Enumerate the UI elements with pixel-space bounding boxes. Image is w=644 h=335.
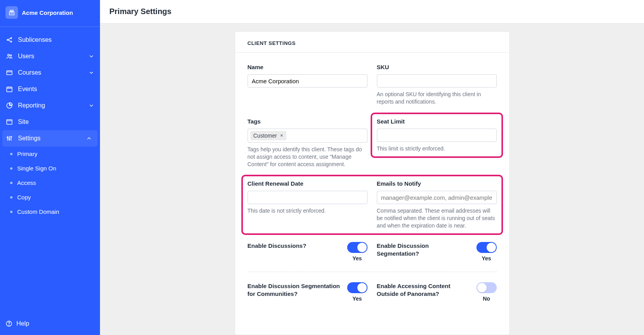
toggle-outside-panorama: Enable Accessing Content Outside of Pano… [377, 282, 497, 302]
enable-discussions-label: Enable Discussions? [248, 242, 341, 250]
sidebar-item-label: Settings [18, 135, 41, 142]
sku-label: SKU [377, 64, 497, 70]
discussion-seg-comm-label: Enable Discussion Segmentation for Commu… [248, 282, 341, 298]
enable-discussions-toggle[interactable] [347, 242, 367, 253]
svg-rect-6 [7, 87, 12, 92]
sidebar-subitem-label: Single Sign On [17, 165, 56, 172]
layers-icon [5, 69, 13, 76]
chevron-down-icon [88, 102, 95, 109]
tag-label: Customer [253, 133, 277, 139]
sidebar-subitem-label: Access [17, 179, 36, 186]
svg-rect-5 [7, 71, 12, 75]
sidebar-subitem-access[interactable]: Access [0, 176, 100, 190]
sidebar-subitem-copy[interactable]: Copy [0, 190, 100, 204]
field-tags: Tags Customer × Tags help you identify t… [248, 118, 367, 168]
svg-point-12 [9, 325, 9, 325]
discussion-seg-label: Enable Discussion Segmentation? [377, 242, 470, 258]
toggle-discussion-seg-communities: Enable Discussion Segmentation for Commu… [248, 282, 367, 302]
name-label: Name [248, 64, 367, 70]
page-title: Primary Settings [109, 7, 635, 16]
sidebar-help[interactable]: Help [0, 313, 100, 335]
svg-point-0 [7, 39, 8, 41]
sku-input[interactable] [377, 74, 497, 88]
svg-point-1 [11, 38, 12, 39]
svg-point-8 [7, 137, 8, 138]
tag-remove-icon[interactable]: × [280, 133, 283, 138]
divider-dashed [248, 272, 497, 272]
calendar-icon [5, 86, 13, 93]
sidebar-nav: Sublicenses Users Courses Events Reporti… [0, 29, 100, 313]
tags-help: Tags help you identify this client. Thes… [248, 146, 367, 168]
brand-logo-icon [5, 6, 18, 19]
outside-panorama-state: No [483, 296, 490, 302]
sidebar-subitem-sso[interactable]: Single Sign On [0, 161, 100, 176]
help-label: Help [16, 320, 29, 327]
svg-rect-7 [7, 120, 12, 124]
highlight-seat-limit: Seat Limit This limit is strictly enforc… [372, 114, 501, 156]
seat-limit-input[interactable] [377, 129, 497, 142]
sidebar-item-reporting[interactable]: Reporting [0, 97, 100, 114]
sidebar-item-label: Courses [18, 69, 41, 76]
emails-help: Comma separated. These email addresses w… [377, 207, 497, 229]
seat-limit-help: This limit is strictly enforced. [377, 145, 497, 152]
emails-label: Emails to Notify [377, 180, 497, 187]
seat-limit-label: Seat Limit [377, 118, 497, 125]
field-name: Name [248, 64, 367, 106]
renewal-label: Client Renewal Date [248, 180, 367, 187]
window-icon [5, 118, 13, 125]
tags-label: Tags [248, 118, 367, 125]
field-renewal-date: Client Renewal Date This date is not str… [248, 180, 367, 229]
svg-point-4 [10, 55, 12, 56]
field-sku: SKU An optional SKU for identifying this… [377, 64, 497, 106]
sidebar-item-sublicenses[interactable]: Sublicenses [0, 32, 100, 48]
chevron-down-icon [88, 70, 95, 76]
main: Primary Settings CLIENT SETTINGS Name SK… [100, 0, 644, 335]
sidebar-subitem-label: Custom Domain [17, 208, 59, 215]
discussion-seg-comm-state: Yes [352, 296, 362, 302]
share-nodes-icon [5, 36, 13, 43]
sidebar-item-label: Site [18, 118, 29, 125]
toggle-discussion-segmentation: Enable Discussion Segmentation? Yes [377, 242, 497, 262]
sidebar-subitem-custom-domain[interactable]: Custom Domain [0, 204, 100, 219]
content-area: CLIENT SETTINGS Name SKU An optional SKU… [100, 23, 644, 335]
sidebar-item-label: Users [18, 53, 34, 60]
svg-point-3 [8, 54, 10, 56]
chevron-down-icon [88, 53, 95, 59]
highlight-renewal-emails: Client Renewal Date This date is not str… [243, 176, 501, 233]
sidebar-subitem-primary[interactable]: Primary [0, 147, 100, 161]
sidebar-item-courses[interactable]: Courses [0, 64, 100, 81]
sidebar-item-site[interactable]: Site [0, 114, 100, 130]
discussion-seg-comm-toggle[interactable] [347, 282, 367, 293]
svg-point-9 [9, 139, 10, 140]
enable-discussions-state: Yes [352, 255, 362, 262]
chevron-up-icon [86, 135, 92, 142]
tags-input[interactable]: Customer × [248, 129, 367, 143]
renewal-input[interactable] [248, 191, 367, 204]
settings-card: CLIENT SETTINGS Name SKU An optional SKU… [235, 31, 510, 335]
brand[interactable]: Acme Corporation [0, 0, 100, 25]
svg-point-10 [11, 136, 12, 138]
svg-point-2 [11, 41, 12, 42]
sidebar-subitem-label: Copy [17, 194, 31, 201]
discussion-seg-state: Yes [482, 255, 491, 262]
sidebar-item-settings[interactable]: Settings [2, 130, 98, 147]
pie-chart-icon [5, 102, 13, 109]
outside-panorama-label: Enable Accessing Content Outside of Pano… [377, 282, 470, 298]
sidebar: Acme Corporation Sublicenses Users Cours… [0, 0, 100, 335]
toggle-enable-discussions: Enable Discussions? Yes [248, 242, 367, 262]
sidebar-item-users[interactable]: Users [0, 48, 100, 64]
users-icon [5, 53, 13, 60]
renewal-help: This date is not strictly enforced. [248, 207, 367, 215]
outside-panorama-toggle[interactable] [476, 282, 497, 293]
card-section-title: CLIENT SETTINGS [235, 32, 509, 53]
help-icon [5, 320, 12, 327]
discussion-seg-toggle[interactable] [476, 242, 497, 253]
sku-help: An optional SKU for identifying this cli… [377, 91, 497, 106]
sidebar-item-label: Sublicenses [18, 36, 52, 43]
sidebar-item-label: Reporting [18, 102, 45, 109]
emails-input[interactable] [377, 191, 497, 204]
field-emails: Emails to Notify Comma separated. These … [377, 180, 497, 229]
sidebar-divider [0, 27, 100, 27]
name-input[interactable] [248, 74, 367, 88]
sidebar-item-events[interactable]: Events [0, 81, 100, 97]
